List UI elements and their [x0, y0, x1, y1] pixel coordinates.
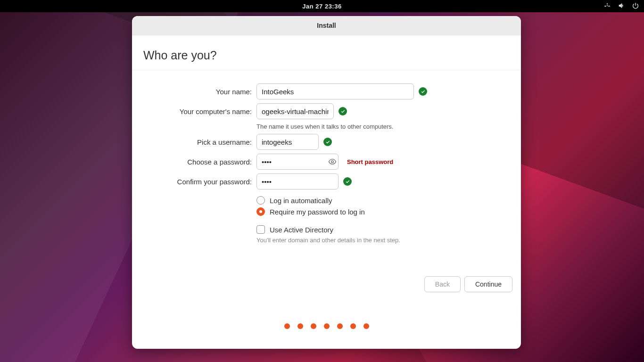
installer-window: Install Who are you? Your name: Your com…: [132, 16, 521, 349]
checkbox-icon: [256, 225, 265, 234]
svg-point-0: [331, 161, 334, 163]
confirm-password-input[interactable]: [256, 173, 339, 189]
progress-dot: [337, 323, 343, 329]
radio-icon: [256, 196, 265, 205]
window-title: Install: [132, 16, 521, 35]
progress-dot: [324, 323, 330, 329]
radio-login-password-label: Require my password to log in: [270, 208, 365, 216]
label-your-name: Your name:: [142, 88, 252, 96]
active-directory-help: You'll enter domain and other details in…: [256, 237, 511, 244]
check-icon: [323, 138, 332, 146]
check-icon: [339, 107, 347, 115]
divider: [132, 70, 521, 70]
radio-login-password[interactable]: Require my password to log in: [256, 207, 511, 216]
computer-name-input[interactable]: [256, 103, 334, 119]
computer-name-help: The name it uses when it talks to other …: [256, 123, 511, 130]
check-icon: [419, 87, 427, 96]
nav-buttons: Back Continue: [424, 276, 512, 292]
checkbox-active-directory[interactable]: Use Active Directory: [256, 225, 511, 234]
clock[interactable]: Jan 27 23:36: [302, 3, 341, 10]
show-password-icon[interactable]: [327, 156, 338, 167]
label-computer-name: Your computer's name:: [142, 107, 252, 115]
window-title-text: Install: [317, 22, 336, 29]
installer-content: Who are you? Your name: Your computer's …: [132, 35, 521, 349]
network-icon[interactable]: [603, 2, 611, 11]
user-setup-form: Your name: Your computer's name: The nam…: [142, 83, 511, 244]
check-icon: [343, 177, 352, 186]
volume-icon[interactable]: [618, 2, 625, 11]
password-strength: Short password: [347, 158, 393, 165]
checkbox-active-directory-label: Use Active Directory: [270, 226, 333, 234]
continue-button[interactable]: Continue: [464, 276, 512, 292]
radio-login-auto[interactable]: Log in automatically: [256, 196, 511, 205]
password-input[interactable]: [256, 154, 339, 170]
your-name-input[interactable]: [256, 83, 414, 99]
radio-login-auto-label: Log in automatically: [270, 197, 332, 205]
progress-dots: [132, 323, 521, 329]
progress-dot: [350, 323, 356, 329]
page-heading: Who are you?: [142, 49, 511, 62]
power-icon[interactable]: [632, 2, 639, 11]
label-username: Pick a username:: [142, 138, 252, 146]
username-input[interactable]: [256, 134, 319, 150]
progress-dot: [311, 323, 316, 329]
label-confirm: Confirm your password:: [142, 178, 252, 186]
radio-icon: [256, 207, 265, 216]
progress-dot: [363, 323, 369, 329]
progress-dot: [297, 323, 303, 329]
label-password: Choose a password:: [142, 158, 252, 166]
back-button[interactable]: Back: [424, 276, 461, 292]
gnome-top-bar: Jan 27 23:36: [0, 0, 644, 12]
system-tray[interactable]: [603, 2, 639, 11]
progress-dot: [284, 323, 290, 329]
